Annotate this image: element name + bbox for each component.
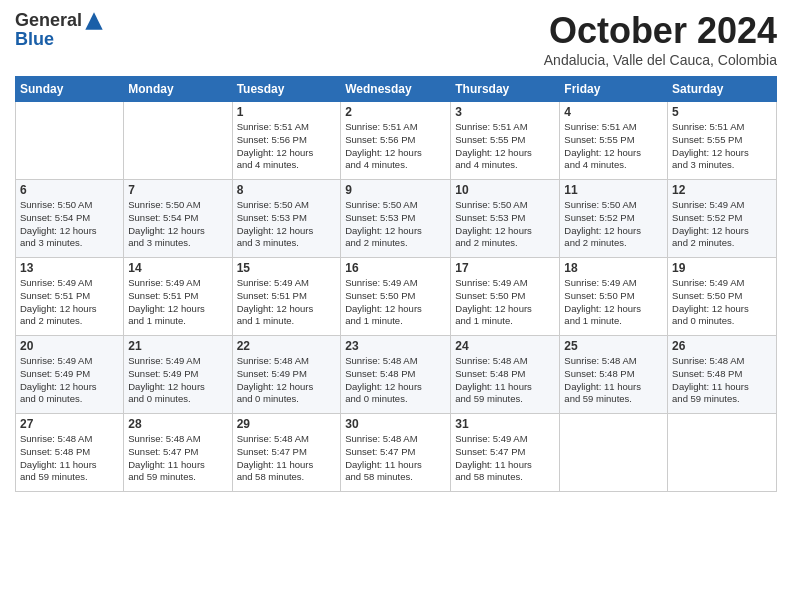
day-info: Sunrise: 5:50 AM Sunset: 5:54 PM Dayligh…: [20, 199, 119, 250]
day-cell: 10Sunrise: 5:50 AM Sunset: 5:53 PM Dayli…: [451, 180, 560, 258]
logo-blue: Blue: [15, 29, 54, 49]
day-cell: 3Sunrise: 5:51 AM Sunset: 5:55 PM Daylig…: [451, 102, 560, 180]
day-info: Sunrise: 5:50 AM Sunset: 5:53 PM Dayligh…: [237, 199, 337, 250]
day-number: 9: [345, 183, 446, 197]
day-cell: 30Sunrise: 5:48 AM Sunset: 5:47 PM Dayli…: [341, 414, 451, 492]
day-cell: 18Sunrise: 5:49 AM Sunset: 5:50 PM Dayli…: [560, 258, 668, 336]
day-number: 28: [128, 417, 227, 431]
subtitle: Andalucia, Valle del Cauca, Colombia: [544, 52, 777, 68]
day-number: 22: [237, 339, 337, 353]
day-number: 11: [564, 183, 663, 197]
day-number: 27: [20, 417, 119, 431]
day-info: Sunrise: 5:50 AM Sunset: 5:53 PM Dayligh…: [345, 199, 446, 250]
day-info: Sunrise: 5:49 AM Sunset: 5:49 PM Dayligh…: [128, 355, 227, 406]
day-cell: 2Sunrise: 5:51 AM Sunset: 5:56 PM Daylig…: [341, 102, 451, 180]
day-number: 10: [455, 183, 555, 197]
logo-icon: [84, 11, 104, 31]
day-info: Sunrise: 5:48 AM Sunset: 5:47 PM Dayligh…: [345, 433, 446, 484]
day-number: 18: [564, 261, 663, 275]
day-cell: 27Sunrise: 5:48 AM Sunset: 5:48 PM Dayli…: [16, 414, 124, 492]
day-cell: [16, 102, 124, 180]
header-cell-friday: Friday: [560, 77, 668, 102]
day-cell: 11Sunrise: 5:50 AM Sunset: 5:52 PM Dayli…: [560, 180, 668, 258]
day-info: Sunrise: 5:48 AM Sunset: 5:48 PM Dayligh…: [345, 355, 446, 406]
week-row-2: 13Sunrise: 5:49 AM Sunset: 5:51 PM Dayli…: [16, 258, 777, 336]
day-cell: 23Sunrise: 5:48 AM Sunset: 5:48 PM Dayli…: [341, 336, 451, 414]
day-info: Sunrise: 5:49 AM Sunset: 5:50 PM Dayligh…: [455, 277, 555, 328]
logo-general: General: [15, 10, 82, 31]
day-cell: 6Sunrise: 5:50 AM Sunset: 5:54 PM Daylig…: [16, 180, 124, 258]
day-cell: [668, 414, 777, 492]
day-number: 2: [345, 105, 446, 119]
day-info: Sunrise: 5:49 AM Sunset: 5:47 PM Dayligh…: [455, 433, 555, 484]
header: General Blue October 2024 Andalucia, Val…: [15, 10, 777, 68]
day-info: Sunrise: 5:49 AM Sunset: 5:50 PM Dayligh…: [345, 277, 446, 328]
day-number: 13: [20, 261, 119, 275]
day-number: 29: [237, 417, 337, 431]
day-info: Sunrise: 5:48 AM Sunset: 5:48 PM Dayligh…: [455, 355, 555, 406]
day-cell: 20Sunrise: 5:49 AM Sunset: 5:49 PM Dayli…: [16, 336, 124, 414]
day-number: 26: [672, 339, 772, 353]
day-number: 20: [20, 339, 119, 353]
day-number: 6: [20, 183, 119, 197]
day-info: Sunrise: 5:50 AM Sunset: 5:52 PM Dayligh…: [564, 199, 663, 250]
header-cell-saturday: Saturday: [668, 77, 777, 102]
day-info: Sunrise: 5:48 AM Sunset: 5:47 PM Dayligh…: [128, 433, 227, 484]
day-number: 3: [455, 105, 555, 119]
header-cell-thursday: Thursday: [451, 77, 560, 102]
day-info: Sunrise: 5:48 AM Sunset: 5:49 PM Dayligh…: [237, 355, 337, 406]
day-cell: 15Sunrise: 5:49 AM Sunset: 5:51 PM Dayli…: [232, 258, 341, 336]
day-info: Sunrise: 5:49 AM Sunset: 5:51 PM Dayligh…: [128, 277, 227, 328]
day-info: Sunrise: 5:49 AM Sunset: 5:50 PM Dayligh…: [672, 277, 772, 328]
day-number: 14: [128, 261, 227, 275]
header-row: SundayMondayTuesdayWednesdayThursdayFrid…: [16, 77, 777, 102]
day-number: 21: [128, 339, 227, 353]
logo: General Blue: [15, 10, 104, 50]
day-number: 12: [672, 183, 772, 197]
day-info: Sunrise: 5:48 AM Sunset: 5:48 PM Dayligh…: [564, 355, 663, 406]
header-cell-sunday: Sunday: [16, 77, 124, 102]
day-number: 19: [672, 261, 772, 275]
day-number: 5: [672, 105, 772, 119]
day-info: Sunrise: 5:51 AM Sunset: 5:55 PM Dayligh…: [455, 121, 555, 172]
day-cell: 5Sunrise: 5:51 AM Sunset: 5:55 PM Daylig…: [668, 102, 777, 180]
title-area: October 2024 Andalucia, Valle del Cauca,…: [544, 10, 777, 68]
day-info: Sunrise: 5:49 AM Sunset: 5:51 PM Dayligh…: [237, 277, 337, 328]
day-cell: 19Sunrise: 5:49 AM Sunset: 5:50 PM Dayli…: [668, 258, 777, 336]
day-cell: 17Sunrise: 5:49 AM Sunset: 5:50 PM Dayli…: [451, 258, 560, 336]
day-cell: 9Sunrise: 5:50 AM Sunset: 5:53 PM Daylig…: [341, 180, 451, 258]
day-cell: 25Sunrise: 5:48 AM Sunset: 5:48 PM Dayli…: [560, 336, 668, 414]
day-cell: 4Sunrise: 5:51 AM Sunset: 5:55 PM Daylig…: [560, 102, 668, 180]
day-info: Sunrise: 5:49 AM Sunset: 5:50 PM Dayligh…: [564, 277, 663, 328]
day-number: 8: [237, 183, 337, 197]
logo-text: General: [15, 10, 104, 31]
day-cell: 21Sunrise: 5:49 AM Sunset: 5:49 PM Dayli…: [124, 336, 232, 414]
svg-marker-0: [85, 12, 102, 29]
day-number: 17: [455, 261, 555, 275]
day-info: Sunrise: 5:51 AM Sunset: 5:55 PM Dayligh…: [564, 121, 663, 172]
day-cell: 26Sunrise: 5:48 AM Sunset: 5:48 PM Dayli…: [668, 336, 777, 414]
week-row-0: 1Sunrise: 5:51 AM Sunset: 5:56 PM Daylig…: [16, 102, 777, 180]
day-cell: 29Sunrise: 5:48 AM Sunset: 5:47 PM Dayli…: [232, 414, 341, 492]
day-cell: 1Sunrise: 5:51 AM Sunset: 5:56 PM Daylig…: [232, 102, 341, 180]
day-cell: 24Sunrise: 5:48 AM Sunset: 5:48 PM Dayli…: [451, 336, 560, 414]
day-info: Sunrise: 5:51 AM Sunset: 5:56 PM Dayligh…: [237, 121, 337, 172]
header-cell-monday: Monday: [124, 77, 232, 102]
day-number: 23: [345, 339, 446, 353]
day-number: 30: [345, 417, 446, 431]
day-number: 16: [345, 261, 446, 275]
day-number: 31: [455, 417, 555, 431]
day-number: 4: [564, 105, 663, 119]
day-info: Sunrise: 5:48 AM Sunset: 5:48 PM Dayligh…: [20, 433, 119, 484]
day-cell: 31Sunrise: 5:49 AM Sunset: 5:47 PM Dayli…: [451, 414, 560, 492]
day-info: Sunrise: 5:49 AM Sunset: 5:49 PM Dayligh…: [20, 355, 119, 406]
month-title: October 2024: [544, 10, 777, 52]
day-cell: 16Sunrise: 5:49 AM Sunset: 5:50 PM Dayli…: [341, 258, 451, 336]
header-cell-wednesday: Wednesday: [341, 77, 451, 102]
day-number: 25: [564, 339, 663, 353]
page-container: General Blue October 2024 Andalucia, Val…: [0, 0, 792, 502]
calendar-table: SundayMondayTuesdayWednesdayThursdayFrid…: [15, 76, 777, 492]
day-cell: 14Sunrise: 5:49 AM Sunset: 5:51 PM Dayli…: [124, 258, 232, 336]
day-info: Sunrise: 5:49 AM Sunset: 5:52 PM Dayligh…: [672, 199, 772, 250]
day-cell: 13Sunrise: 5:49 AM Sunset: 5:51 PM Dayli…: [16, 258, 124, 336]
